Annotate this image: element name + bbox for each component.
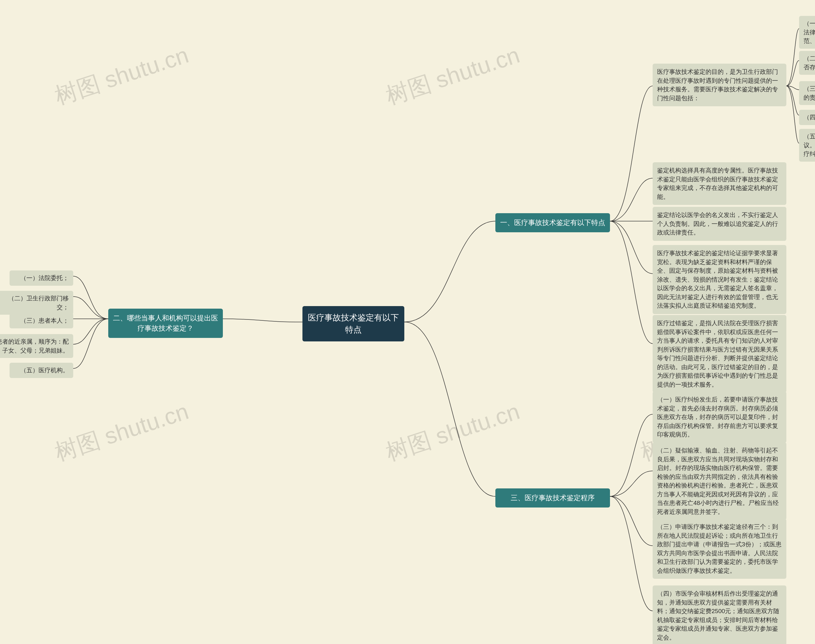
b3-leaf-3[interactable]: （三）申请医疗事故技术鉴定途径有三个：到所在地人民法院提起诉讼；或向所在地卫生行…	[653, 519, 786, 579]
branch-2[interactable]: 二、哪些当事人和机构可以提出医疗事故技术鉴定？	[108, 309, 223, 338]
watermark: 树图 shutu.cn	[382, 396, 524, 468]
b2-leaf-2[interactable]: （二）卫生行政部门移交；	[0, 291, 73, 315]
root-node[interactable]: 医疗事故技术鉴定有以下特点	[303, 306, 404, 341]
b1-child-2[interactable]: 鉴定机构选择具有高度的专属性。医疗事故技术鉴定只能由医学会组织的医疗事故技术鉴定…	[653, 162, 786, 205]
b1-child-3[interactable]: 鉴定结论以医学会的名义发出，不实行鉴定人个人负责制。因此，一般难以追究鉴定人的行…	[653, 207, 786, 241]
b2-leaf-5[interactable]: （五）医疗机构。	[9, 363, 73, 378]
b3-leaf-1[interactable]: （一）医疗纠纷发生后，若要申请医疗事故技术鉴定，首先必须去封存病历。封存病历必须…	[653, 391, 786, 443]
b1-c1-leaf-5[interactable]: （五）对医疗事故患者的医疗护理医学建议。这些专门性问题是卫生行政部门处理医疗纠纷…	[799, 129, 815, 162]
b3-leaf-4[interactable]: （四）市医学会审核材料后作出受理鉴定的通知，并通知医患双方提供鉴定需要用有关材料…	[653, 586, 786, 644]
watermark: 树图 shutu.cn	[382, 40, 524, 112]
b2-leaf-1[interactable]: （一）法院委托；	[9, 270, 73, 286]
branch-1[interactable]: 一、医疗事故技术鉴定有以下特点	[495, 213, 610, 232]
b3-leaf-2[interactable]: （二）疑似输液、输血、注射、药物等引起不良后果，医患双方应当共同对现场实物封存和…	[653, 442, 786, 520]
b1-c1-leaf-3[interactable]: （三）医疗过失行为在医疗事故损害后果中的责任程序；	[799, 81, 815, 105]
b2-leaf-3[interactable]: （三）患者本人；	[9, 313, 73, 328]
b1-child-1[interactable]: 医疗事故技术鉴定的目的，是为卫生行政部门在处理医疗事故时遇到的专门性问题提供的一…	[653, 64, 786, 106]
watermark: 树图 shutu.cn	[51, 40, 192, 112]
b1-child-5[interactable]: 医疗过错鉴定，是指人民法院在受理医疗损害赔偿民事诉讼案件中，依职权或应医患任何一…	[653, 315, 786, 393]
b2-leaf-4[interactable]: （四）死亡患者的近亲属，顺序为：配偶；子女、父母；兄弟姐妹。	[0, 334, 73, 358]
b1-c1-leaf-4[interactable]: （四）医疗事故等级；	[799, 110, 815, 125]
watermark: 树图 shutu.cn	[51, 396, 192, 468]
b1-child-4[interactable]: 医疗事故技术鉴定的鉴定结论证据学要求显著宽松。表现为缺乏鉴定资料和材料严谨的保全…	[653, 245, 786, 314]
branch-3[interactable]: 三、医疗事故技术鉴定程序	[495, 488, 610, 508]
b1-c1-leaf-1[interactable]: （一）判断医疗行为是否违反医疗卫生管理法律、行政法规、部门规章和诊疗护理规范、常…	[799, 16, 815, 49]
b1-c1-leaf-2[interactable]: （二）医疗过失行为与人身损害后果之间是否存在因果关系；	[799, 51, 815, 75]
